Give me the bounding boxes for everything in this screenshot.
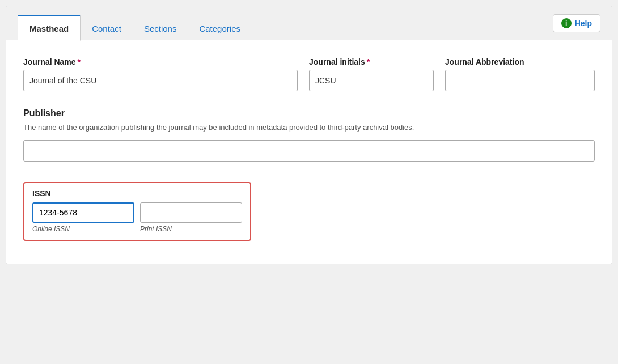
- journal-abbrev-input[interactable]: [445, 70, 595, 91]
- tab-bar: Masthead Contact Sections Categories i H…: [6, 6, 612, 40]
- journal-initials-label: Journal initials*: [309, 57, 434, 66]
- journal-abbrev-label: Journal Abbreviation: [445, 57, 595, 66]
- tab-categories[interactable]: Categories: [188, 16, 252, 40]
- journal-name-label: Journal Name*: [23, 57, 298, 66]
- help-icon: i: [561, 18, 572, 28]
- journal-abbrev-group: Journal Abbreviation: [445, 57, 595, 91]
- journal-initials-group: Journal initials*: [309, 57, 434, 91]
- tab-masthead[interactable]: Masthead: [18, 15, 81, 41]
- page-container: Masthead Contact Sections Categories i H…: [6, 6, 612, 264]
- main-content: Journal Name* Journal initials* Journal …: [6, 40, 612, 264]
- publisher-section: Publisher The name of the organization p…: [23, 108, 595, 162]
- online-issn-label: Online ISSN: [32, 225, 134, 233]
- required-star-initials: *: [367, 57, 370, 66]
- tab-contact[interactable]: Contact: [81, 16, 133, 40]
- journal-initials-input[interactable]: [309, 70, 434, 91]
- publisher-title: Publisher: [23, 108, 595, 118]
- online-issn-group: Online ISSN: [32, 202, 134, 233]
- tab-sections[interactable]: Sections: [133, 16, 188, 40]
- journal-fields-row: Journal Name* Journal initials* Journal …: [23, 57, 595, 91]
- issn-section: ISSN Online ISSN Print ISSN: [23, 182, 251, 241]
- publisher-input[interactable]: [23, 140, 595, 162]
- print-issn-label: Print ISSN: [140, 225, 242, 233]
- required-star: *: [78, 57, 81, 66]
- journal-name-group: Journal Name*: [23, 57, 298, 91]
- print-issn-group: Print ISSN: [140, 202, 242, 233]
- publisher-description: The name of the organization publishing …: [23, 122, 595, 133]
- help-label: Help: [575, 19, 592, 28]
- help-button[interactable]: i Help: [553, 14, 600, 32]
- issn-fields-row: Online ISSN Print ISSN: [32, 202, 242, 233]
- online-issn-input[interactable]: [32, 202, 134, 223]
- journal-name-input[interactable]: [23, 70, 298, 91]
- issn-title: ISSN: [32, 189, 242, 198]
- print-issn-input[interactable]: [140, 202, 242, 223]
- issn-box: ISSN Online ISSN Print ISSN: [23, 182, 251, 241]
